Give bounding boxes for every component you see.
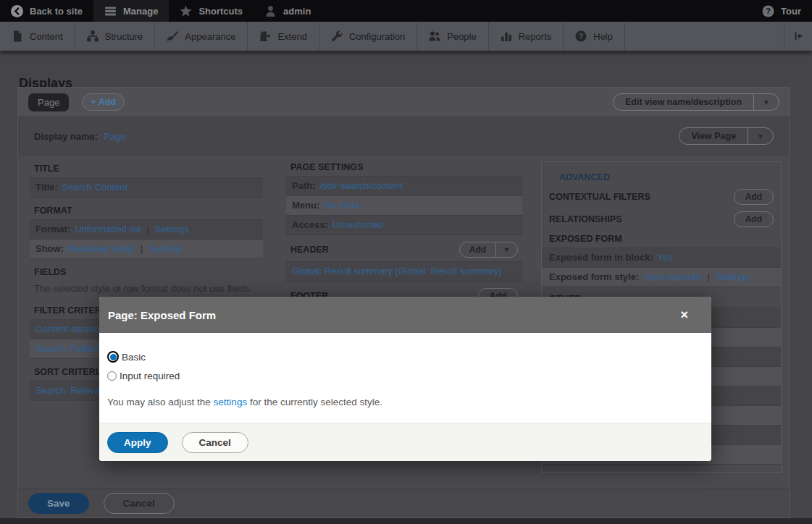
menu-item-appearance[interactable]: Appearance [155,22,248,51]
menu-item-people[interactable]: People [417,22,488,51]
fields-note: The selected style or row format does no… [30,281,263,297]
title-value-link[interactable]: Search Content [62,182,127,193]
manage-label: Manage [123,6,158,17]
section-format-header: FORMAT [30,206,263,216]
apply-button[interactable]: Apply [107,432,168,453]
section-page-settings-header: PAGE SETTINGS [286,162,522,172]
user-icon [264,5,277,17]
section-exposed-form-header: EXPOSED FORM [542,234,781,244]
display-name-link[interactable]: Page [104,131,125,142]
menu-item-content[interactable]: Content [0,22,75,51]
admin-label: admin [283,6,311,17]
menu-value-link[interactable]: No menu [324,200,362,211]
dialog-cancel-button[interactable]: Cancel [182,432,248,453]
menu-item-help[interactable]: ? Help [564,22,625,51]
access-label: Access: [292,219,328,230]
radio-option-input-required[interactable]: Input required [107,371,703,381]
path-value-link[interactable]: /solr-search/content [320,180,403,191]
menu-item-label: Configuration [349,31,405,42]
show-label: Show: [35,243,64,254]
save-button[interactable]: Save [28,493,89,514]
settings-link[interactable]: settings [214,397,248,407]
toolbar-item-admin[interactable]: admin [254,0,322,22]
menu-item-label: Extend [277,31,306,42]
display-top-bar: Display name: Page View Page ▼ [18,117,790,156]
exposed-style-value-link[interactable]: Input required [643,271,701,282]
menu-item-label: Help [593,31,613,42]
path-row[interactable]: Path:/solr-search/content [286,177,522,196]
menu-item-configuration[interactable]: Configuration [319,22,417,51]
exposed-style-settings-link[interactable]: Settings [716,271,750,282]
style-adjust-note: You may also adjust the settings for the… [107,397,703,407]
chevron-down-icon[interactable]: ▼ [753,94,779,110]
separator: | [708,271,710,282]
close-icon[interactable]: × [673,308,703,321]
relationships-add-button[interactable]: Add [734,211,774,227]
question-mark-icon: ? [762,5,774,17]
edit-view-name-button[interactable]: Edit view name/description ▼ [613,93,779,111]
format-label: Format: [35,224,70,234]
dialog-titlebar[interactable]: Page: Exposed Form × [99,297,711,333]
exposed-form-style-row[interactable]: Exposed form style:Input required|Settin… [542,268,781,287]
radio-button-icon[interactable] [107,371,117,381]
back-arrow-icon [11,5,23,17]
radio-option-basic[interactable]: Basic [107,351,703,363]
menu-item-structure[interactable]: Structure [75,22,156,51]
menu-row[interactable]: Menu:No menu [286,196,522,216]
add-display-button[interactable]: +Add [82,93,125,111]
menu-item-label: Content [30,31,63,42]
format-row[interactable]: Format:Unformatted list|Settings [30,220,263,240]
svg-text:?: ? [579,32,583,41]
access-value-link[interactable]: Unrestricted [332,219,383,230]
menu-item-extend[interactable]: Extend [248,22,319,51]
advanced-toggle[interactable]: ADVANCED [542,172,781,182]
add-display-label: Add [99,97,116,107]
chevron-down-icon[interactable]: ▼ [748,128,773,144]
toolbar-item-shortcuts[interactable]: Shortcuts [169,0,254,22]
puzzle-icon [259,30,271,42]
contextual-filters-add-button[interactable]: Add [734,189,774,205]
header-global-row[interactable]: Global: Result summary (Global: Result s… [286,262,522,282]
title-label: Title: [35,182,58,193]
exposed-block-value-link[interactable]: Yes [658,252,673,263]
back-to-site-button[interactable]: Back to site [0,0,93,22]
exposed-block-label: Exposed form in block: [549,252,653,263]
section-fields-header: FIELDS [30,267,263,277]
hamburger-icon [104,5,117,17]
menu-label: Menu: [292,200,319,211]
admin-toolbar: Back to site Manage Shortcuts admin ? To… [0,0,812,22]
format-value-link[interactable]: Unformatted list [75,224,141,234]
radio-button-icon[interactable] [107,351,119,363]
header-result-summary-link[interactable]: Global: Result summary (Global: Result s… [292,266,502,276]
chevron-down-icon[interactable]: ▼ [495,242,517,257]
document-icon [12,30,23,42]
toolbar-item-manage[interactable]: Manage [93,0,169,22]
tour-label: Tour [781,6,801,17]
header-add-button[interactable]: Add ▼ [459,242,518,258]
people-icon [429,30,440,42]
toolbar-orientation-toggle[interactable] [784,22,812,51]
title-row[interactable]: Title:Search Content [30,178,263,198]
show-row[interactable]: Show:Rendered entity|Settings [30,240,263,259]
help-icon: ? [575,30,587,42]
dialog-title: Page: Exposed Form [108,309,216,321]
view-page-label: View Page [679,128,748,144]
separator: | [146,224,148,234]
format-settings-link[interactable]: Settings [155,224,189,234]
menu-item-reports[interactable]: Reports [489,22,564,51]
header-add-label: Add [460,242,495,257]
show-settings-link[interactable]: Settings [148,243,183,254]
display-tab-page[interactable]: Page [28,93,69,111]
bar-chart-icon [501,30,512,42]
cancel-button[interactable]: Cancel [104,493,175,514]
exposed-form-block-row[interactable]: Exposed form in block:Yes [542,248,781,268]
section-header-header: HEADER [290,245,329,255]
section-title-header: TITLE [30,164,263,174]
dialog-buttonpane: Apply Cancel [99,423,711,461]
view-page-button[interactable]: View Page ▼ [679,127,774,145]
wrench-icon [331,30,343,42]
access-row[interactable]: Access:Unrestricted [286,216,522,235]
tour-button[interactable]: ? Tour [751,0,812,22]
admin-menu-tray: Content Structure Appearance Extend Conf… [0,22,812,51]
show-value-link[interactable]: Rendered entity [68,243,135,254]
